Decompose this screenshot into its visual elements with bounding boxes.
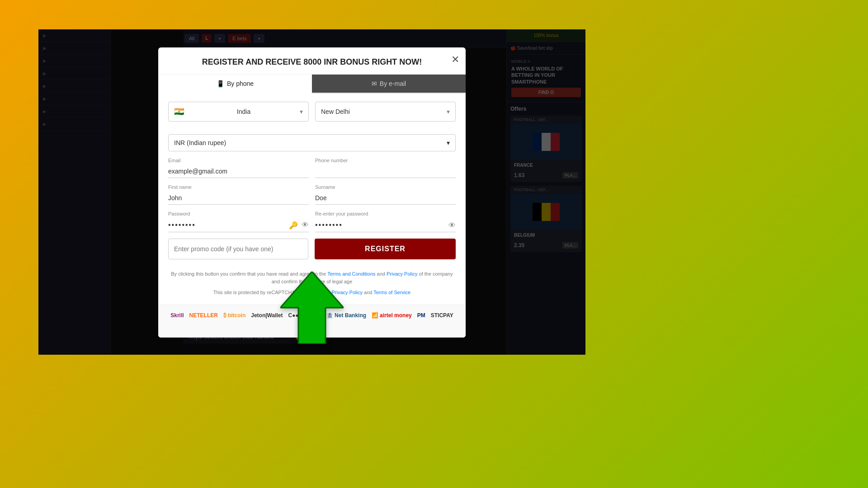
repassword-label: Re-enter your password [315, 211, 456, 216]
country-city-row: 🇮🇳 India ▾ New Delhi ▾ [168, 102, 456, 128]
paytm-logo: PM [417, 312, 425, 319]
modal-tabs: 📱 By phone ✉ By e-mail [158, 75, 466, 94]
consent-text: By clicking this button you confirm that… [168, 270, 456, 285]
surname-field-group: Surname [315, 184, 456, 205]
registration-modal: ✕ REGISTER AND RECEIVE 8000 INR BONUS RI… [158, 47, 466, 338]
tab-by-email[interactable]: ✉ By e-mail [312, 75, 466, 93]
password-field-group: Password 🔑 👁 [168, 211, 309, 232]
promo-input[interactable] [168, 239, 308, 259]
bitcoin-logo: ₿ bitcoin [223, 312, 245, 319]
modal-title: REGISTER AND RECEIVE 8000 INR BONUS RIGH… [158, 47, 466, 75]
phone-label: Phone number [315, 158, 456, 163]
key-icon: 🔑 [289, 221, 298, 230]
paydo-logo: PayDo [304, 312, 321, 319]
firstname-label: First name [168, 184, 309, 190]
register-button[interactable]: REGISTER [315, 239, 456, 259]
payment-logos-area: Skrill NETELLER ₿ bitcoin Jeton|Wallet C… [158, 305, 466, 338]
email-field-group: Email [168, 158, 309, 178]
airtel-logo: 📶 airtel money [372, 312, 412, 319]
phone-input[interactable] [315, 165, 456, 178]
google-privacy-link[interactable]: Privacy Policy [332, 290, 363, 295]
password-row: Password 🔑 👁 Re-enter your password 👁 [168, 211, 456, 232]
currency-select[interactable]: INR (Indian rupee) ▾ [168, 134, 456, 151]
country-label: India [237, 108, 250, 115]
modal-body: 🇮🇳 India ▾ New Delhi ▾ INR (Indian rupee… [158, 94, 466, 305]
crypto-logo: C●● [288, 312, 299, 319]
tab-by-phone[interactable]: 📱 By phone [158, 75, 312, 94]
skrill-logo: Skrill [170, 312, 184, 319]
surname-label: Surname [315, 184, 456, 190]
netbanking-logo: 🏦 Net Banking [326, 312, 366, 319]
eye-icon-re[interactable]: 👁 [448, 221, 456, 230]
chevron-down-icon-currency: ▾ [447, 139, 450, 146]
chevron-down-icon: ▾ [300, 108, 303, 115]
repassword-input[interactable] [315, 218, 456, 232]
chevron-down-icon-city: ▾ [447, 108, 450, 115]
password-label: Password [168, 211, 309, 216]
google-terms-link[interactable]: Terms of Service [373, 290, 410, 295]
firstname-input[interactable] [168, 192, 309, 205]
email-icon: ✉ [372, 80, 377, 87]
jeton-logo: Jeton|Wallet [251, 312, 283, 319]
city-label: New Delhi [321, 108, 350, 115]
modal-overlay: ✕ REGISTER AND RECEIVE 8000 INR BONUS RI… [38, 29, 585, 355]
eye-icon[interactable]: 👁 [302, 221, 309, 230]
password-input[interactable] [168, 218, 309, 232]
recaptcha-text: This site is protected by reCAPTCHA and … [168, 289, 456, 296]
phone-field-group: Phone number [315, 158, 456, 178]
privacy-link[interactable]: Privacy Policy [387, 271, 417, 277]
currency-label: INR (Indian rupee) [174, 139, 226, 146]
name-row: First name Surname [168, 184, 456, 205]
repassword-field-group: Re-enter your password 👁 [315, 211, 456, 232]
surname-input[interactable] [315, 192, 456, 205]
email-input[interactable] [168, 165, 309, 178]
phone-icon: 📱 [217, 80, 224, 87]
email-phone-row: Email Phone number [168, 158, 456, 178]
repassword-icons: 👁 [448, 221, 456, 230]
country-select[interactable]: 🇮🇳 India ▾ [168, 102, 309, 122]
neteller-logo: NETELLER [189, 312, 218, 319]
country-flag-icon: 🇮🇳 [174, 107, 184, 117]
city-select[interactable]: New Delhi ▾ [315, 102, 456, 122]
modal-close-btn[interactable]: ✕ [451, 54, 459, 66]
webmoney-logo: WebMoney [297, 324, 326, 330]
terms-link[interactable]: Terms and Conditions [327, 271, 375, 277]
password-icons: 🔑 👁 [289, 221, 309, 230]
promo-register-row: REGISTER [168, 239, 456, 259]
browser-window: ▶ ▶ ▶ ▶ ▶ ▶ ▶ ▶ All L ▪ E bets ▪ [38, 29, 585, 355]
sticpay-logo: STICPAY [431, 312, 453, 319]
firstname-field-group: First name [168, 184, 309, 205]
email-label: Email [168, 158, 309, 163]
